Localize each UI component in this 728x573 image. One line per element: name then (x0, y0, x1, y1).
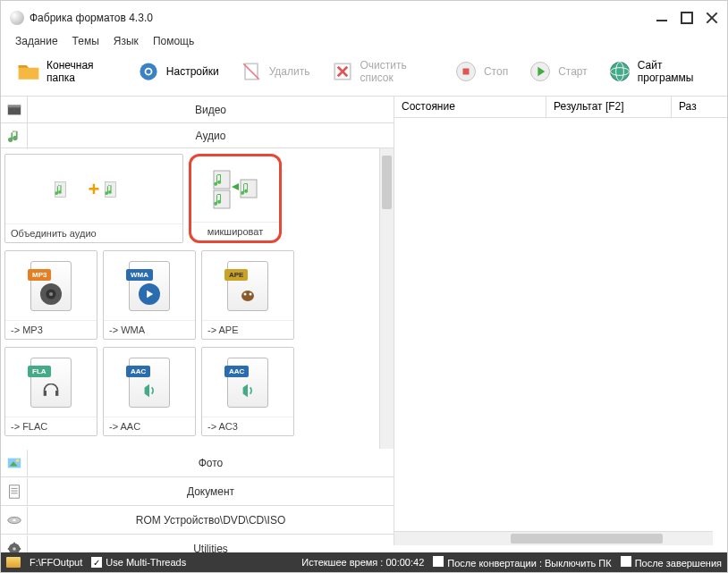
document-icon (1, 478, 28, 505)
menu-lang[interactable]: Язык (114, 35, 139, 47)
left-panel: Видео Аудио + Объединить аудио (1, 97, 394, 545)
right-hscroll-thumb[interactable] (511, 534, 663, 544)
window-minimize-button[interactable] (656, 12, 668, 24)
svg-marker-21 (232, 183, 239, 190)
tile-aac[interactable]: AAC -> AAC (103, 347, 196, 436)
tile-flac-label: -> FLAC (5, 417, 97, 435)
tile-mix[interactable]: микшироват (189, 154, 282, 243)
svg-rect-30 (55, 391, 58, 396)
svg-point-12 (610, 63, 629, 81)
toolbar: Конечная папка Настройки Удалить Очистит… (1, 51, 727, 97)
window-maximize-button[interactable] (681, 12, 693, 24)
mix-icon (191, 156, 279, 222)
category-rom-label: ROM Устройство\DVD\CD\ISO (28, 514, 394, 527)
settings-label: Настройки (166, 65, 219, 78)
svg-point-2 (146, 69, 150, 73)
svg-rect-22 (241, 180, 257, 198)
svg-marker-25 (147, 290, 153, 297)
tile-mp3-label: -> MP3 (5, 320, 97, 339)
statusbar: F:\FFOutput ✓Use Multi-Threads Истекшее … (1, 552, 727, 572)
tile-ac3[interactable]: AAC -> AC3 (201, 347, 294, 436)
menu-themes[interactable]: Темы (72, 35, 99, 47)
tile-flac[interactable]: FLA -> FLAC (4, 347, 97, 436)
stop-label: Стоп (484, 65, 508, 78)
tile-ape-label: -> APE (202, 320, 293, 339)
stop-icon (453, 59, 478, 84)
svg-rect-20 (214, 190, 230, 208)
delete-button[interactable]: Удалить (231, 55, 318, 88)
svg-rect-36 (9, 485, 19, 497)
start-button[interactable]: Старт (520, 55, 596, 88)
checkbox-icon (621, 556, 631, 567)
menu-help[interactable]: Помощь (153, 35, 194, 47)
svg-marker-32 (243, 383, 248, 396)
status-multithreads-check[interactable]: ✓Use Multi-Threads (91, 557, 186, 569)
window-close-button[interactable] (706, 12, 718, 24)
aac2-badge: AAC (224, 366, 249, 377)
start-label: Старт (558, 65, 588, 78)
left-scrollbar[interactable] (379, 148, 394, 449)
category-photo[interactable]: Фото (1, 449, 394, 477)
settings-button[interactable]: Настройки (128, 55, 227, 88)
category-document-label: Документ (28, 485, 394, 498)
audio-grid: + Объединить аудио (1, 148, 379, 449)
scroll-thumb[interactable] (382, 156, 392, 209)
wma-badge: WMA (126, 269, 153, 281)
col-result[interactable]: Результат [F2] (546, 97, 672, 117)
ape-badge: APE (224, 269, 248, 281)
globe-icon (607, 59, 632, 84)
tile-mp3[interactable]: MP3 -> MP3 (4, 250, 97, 340)
tile-join-audio[interactable]: + Объединить аудио (4, 154, 183, 243)
titlebar: Фабрика форматов 4.3.0 (1, 1, 727, 31)
window-title: Фабрика форматов 4.3.0 (30, 12, 643, 24)
category-photo-label: Фото (28, 457, 394, 469)
col-state[interactable]: Состояние (394, 97, 546, 117)
delete-label: Удалить (269, 65, 310, 78)
output-folder-button[interactable]: Конечная папка (8, 55, 124, 88)
svg-point-27 (244, 292, 247, 295)
tile-wma[interactable]: WMA -> WMA (103, 250, 196, 340)
svg-point-24 (49, 291, 53, 295)
category-stack: Фото Документ ROM Устройство\DVD\CD\ISO … (1, 449, 394, 563)
columns-header: Состояние Результат [F2] Раз (394, 97, 727, 118)
status-after-done-check[interactable]: После завершения (621, 556, 722, 569)
status-after-conv-check[interactable]: После конвертации : Выключить ПК (433, 556, 611, 569)
svg-point-41 (13, 519, 16, 521)
tile-wma-label: -> WMA (104, 320, 195, 339)
rom-icon (1, 507, 28, 534)
site-label: Сайт программы (638, 59, 712, 84)
checkbox-icon (433, 556, 444, 567)
status-folder-icon[interactable] (6, 557, 21, 568)
clear-list-button[interactable]: Очистить список (322, 55, 442, 88)
category-rom[interactable]: ROM Устройство\DVD\CD\ISO (1, 506, 394, 535)
tile-ape[interactable]: APE -> APE (201, 250, 294, 340)
svg-point-26 (241, 291, 254, 301)
category-document[interactable]: Документ (1, 477, 394, 506)
svg-rect-9 (462, 69, 469, 75)
status-output-path[interactable]: F:\FFOutput (30, 557, 82, 568)
site-button[interactable]: Сайт программы (599, 55, 720, 88)
right-list-body (394, 118, 727, 545)
category-audio[interactable]: Аудио (1, 123, 394, 148)
category-video-label: Видео (28, 104, 394, 116)
folder-icon (16, 59, 41, 84)
clear-icon (330, 59, 355, 84)
right-hscrollbar[interactable] (394, 531, 713, 545)
stop-button[interactable]: Стоп (445, 55, 516, 88)
menu-task[interactable]: Задание (15, 35, 58, 47)
main-area: Видео Аудио + Объединить аудио (1, 97, 727, 545)
col-size[interactable]: Раз (672, 97, 727, 117)
svg-point-43 (13, 547, 16, 551)
svg-rect-29 (44, 391, 47, 396)
category-video[interactable]: Видео (1, 97, 394, 123)
category-audio-label: Аудио (28, 130, 394, 142)
audio-icon (1, 122, 28, 149)
mp3-badge: MP3 (28, 269, 51, 281)
gear-icon (136, 59, 161, 84)
menubar: Задание Темы Язык Помощь (1, 31, 727, 51)
app-icon (10, 11, 24, 25)
svg-rect-19 (214, 171, 230, 189)
video-icon (1, 97, 28, 123)
delete-icon (239, 59, 264, 84)
status-elapsed: Истекшее время : 00:00:42 (301, 557, 424, 568)
